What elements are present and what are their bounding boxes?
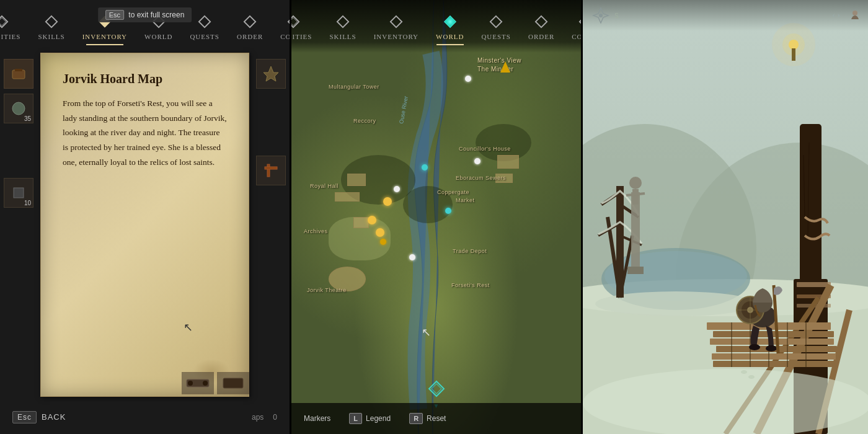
building-3 <box>353 217 369 228</box>
map-inventory-label: Inventory <box>374 33 418 40</box>
markers-control[interactable]: Markers <box>304 414 330 423</box>
map-nav-order[interactable]: Order <box>520 8 563 45</box>
mouse-cursor: ↖ <box>184 321 193 334</box>
svg-point-89 <box>599 14 603 17</box>
back-button[interactable]: Esc BACK <box>12 411 66 423</box>
category-label: aps <box>252 413 264 422</box>
bottom-slot-1[interactable] <box>182 372 214 394</box>
map-nav-bar: Abilities Skills Inventory World <box>291 0 581 53</box>
svg-marker-7 <box>288 16 290 27</box>
right-slot-1[interactable] <box>256 59 286 89</box>
map-nav-skills[interactable]: Skills <box>321 8 365 45</box>
svg-rect-65 <box>713 331 834 337</box>
codex-icon <box>285 13 290 30</box>
markers-label: Markers <box>304 414 330 423</box>
cyan-marker-1[interactable] <box>422 164 428 170</box>
building-4 <box>497 155 519 169</box>
right-slot-2[interactable] <box>256 156 286 185</box>
gold-marker-2[interactable] <box>368 216 376 224</box>
map-codex-label: Codex <box>572 33 581 40</box>
nav-arrows: ‹ › <box>832 11 840 20</box>
white-marker-2[interactable] <box>409 254 415 260</box>
svg-rect-58 <box>797 282 831 287</box>
left-slot-2[interactable]: 35 <box>4 94 33 123</box>
svg-point-76 <box>749 344 760 350</box>
nav-item-order[interactable]: Order <box>228 8 272 45</box>
abilities-icon <box>0 13 11 30</box>
bottom-bar: Esc BACK aps 0 <box>0 400 290 434</box>
reset-control[interactable]: R Reset <box>409 413 446 424</box>
map-nav-world[interactable]: World <box>427 8 472 45</box>
skills-label: Skills <box>38 33 64 40</box>
world-label: World <box>144 33 172 40</box>
svg-point-77 <box>766 345 777 352</box>
left-slot-3[interactable]: 10 <box>4 178 33 208</box>
main-triangle-marker <box>500 61 510 73</box>
svg-rect-11 <box>14 188 24 198</box>
quests-label: Quests <box>190 33 219 40</box>
legend-control[interactable]: L Legend <box>349 413 391 424</box>
map-quests-icon <box>487 13 505 30</box>
order-label: Order <box>237 33 263 40</box>
svg-marker-27 <box>580 16 581 27</box>
gold-marker-1[interactable] <box>383 197 392 206</box>
map-codex-icon <box>577 13 581 30</box>
location-indicator: S <box>614 12 619 19</box>
game-view-panel: S ‹ › <box>583 0 868 434</box>
map-abilities-label: Abilities <box>291 33 312 40</box>
order-icon <box>241 13 259 30</box>
tooltip-text: to exit full screen <box>128 11 184 19</box>
bottom-item-row <box>40 366 249 400</box>
map-nav-quests[interactable]: Quests <box>472 8 520 45</box>
svg-rect-68 <box>712 353 836 360</box>
nav-item-codex[interactable]: Codex <box>272 8 290 45</box>
nav-item-abilities[interactable]: Abilities <box>0 8 29 45</box>
game-scene-svg <box>583 0 868 434</box>
svg-point-90 <box>852 11 857 16</box>
back-label: BACK <box>42 412 66 422</box>
terrain-patch-2 <box>403 186 453 223</box>
compass-icon <box>592 7 609 24</box>
map-nav-inventory[interactable]: Inventory <box>365 8 427 45</box>
legend-diamond-icon <box>428 380 445 400</box>
gold-marker-4[interactable] <box>380 239 386 245</box>
left-slot-2-count: 35 <box>24 115 31 122</box>
svg-rect-13 <box>265 167 277 169</box>
reset-key: R <box>409 413 423 424</box>
inventory-panel: Esc to exit full screen Abilities Skills… <box>0 0 290 434</box>
white-marker-4[interactable] <box>465 76 471 82</box>
world-map-panel: Ouse River Abilities Skills Inventory <box>291 0 581 434</box>
nav-item-skills[interactable]: Skills <box>29 8 73 45</box>
count-zero: 0 <box>273 413 277 422</box>
skills-icon <box>43 13 60 30</box>
map-skills-icon <box>334 13 352 30</box>
svg-rect-17 <box>223 378 243 388</box>
svg-marker-5 <box>199 16 210 27</box>
left-slot-1[interactable] <box>4 59 33 89</box>
cyan-marker-2[interactable] <box>445 208 451 214</box>
svg-point-10 <box>12 102 25 115</box>
left-slot-3-count: 10 <box>24 200 31 206</box>
reset-label: Reset <box>427 414 446 423</box>
back-key: Esc <box>12 411 37 423</box>
legend-key: L <box>349 413 362 424</box>
white-marker-1[interactable] <box>394 186 400 192</box>
svg-rect-12 <box>267 164 270 177</box>
white-marker-3[interactable] <box>474 158 480 164</box>
svg-marker-22 <box>391 16 402 27</box>
map-nav-abilities[interactable]: Abilities <box>291 8 321 45</box>
building-2 <box>335 192 360 202</box>
esc-tooltip: Esc to exit full screen <box>98 7 192 22</box>
right-item-slots <box>252 53 290 434</box>
map-abilities-icon <box>291 13 302 30</box>
parchment-document: Jorvik Hoard Map From the top of Forseti… <box>40 53 249 397</box>
bottom-slot-2[interactable] <box>217 372 249 394</box>
quests-icon <box>196 13 213 30</box>
map-nav-codex[interactable]: Codex <box>563 8 581 45</box>
svg-rect-9 <box>15 69 22 71</box>
inventory-label: Inventory <box>82 33 127 40</box>
parchment-body: From the top of Forseti's Rest, you will… <box>63 96 227 169</box>
svg-marker-26 <box>536 16 547 27</box>
map-world-icon <box>441 13 459 30</box>
gold-marker-3[interactable] <box>376 228 384 237</box>
